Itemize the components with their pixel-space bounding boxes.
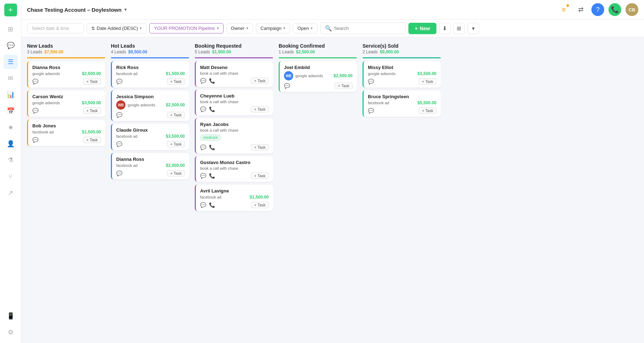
phone-icon[interactable]: 📞 — [209, 202, 215, 208]
main-content: Chase Testing Account – Doylestown ▾ ≡ ⇄… — [21, 0, 644, 343]
card-bob-jones[interactable]: Bob Jones facebook ad $1,500.00 💬 + Task — [27, 120, 105, 146]
card-name: Carson Wentz — [32, 94, 101, 99]
card-carson-wentz[interactable]: Carson Wentz google adwords $3,500.00 💬 … — [27, 90, 105, 117]
card-amount: $2,000.00 — [166, 163, 185, 168]
add-task-button[interactable]: + Task — [251, 144, 269, 151]
chat-icon[interactable]: 💬 — [368, 108, 374, 114]
sidebar-item-settings[interactable]: ⚙ — [4, 325, 18, 339]
card-bruce-springsteen[interactable]: Bruce Springsteen facebook ad $5,500.00 … — [363, 90, 441, 117]
add-task-button[interactable]: + Task — [167, 141, 185, 147]
add-button[interactable]: + — [4, 4, 17, 16]
sidebar-item-contacts[interactable]: 👤 — [4, 137, 18, 151]
account-selector[interactable]: Chase Testing Account – Doylestown ▾ — [27, 7, 127, 13]
add-task-button[interactable]: + Task — [251, 106, 269, 112]
sidebar-item-calendar[interactable]: 📅 — [4, 104, 18, 118]
open-filter[interactable]: Open ▾ — [293, 23, 317, 33]
add-task-button[interactable]: + Task — [251, 202, 269, 208]
date-filter[interactable]: Select date & time — [27, 23, 84, 33]
card-missy-elliot[interactable]: Missy Elliot google adwords $3,500.00 💬 … — [363, 61, 441, 88]
pipeline-filter[interactable]: YOUR PROMOTION Pipeline ▾ — [149, 23, 223, 33]
card-row: facebook ad $1,500.00 — [116, 71, 185, 76]
card-dianna-ross-hot[interactable]: Dianna Ross facebook ad $2,000.00 💬 + Ta… — [111, 153, 189, 179]
more-options-button[interactable]: ▾ — [468, 23, 479, 34]
sidebar-item-email[interactable]: ✉ — [4, 71, 18, 85]
sidebar-item-kanban[interactable]: ☰ — [4, 55, 18, 69]
chat-icon[interactable]: 💬 — [32, 79, 38, 84]
sort-filter[interactable]: ⇅ Date Added (DESC) ▾ — [87, 23, 146, 33]
chat-icon[interactable]: 💬 — [284, 83, 290, 89]
add-task-button[interactable]: + Task — [419, 107, 436, 114]
help-button[interactable]: ? — [591, 3, 604, 16]
card-claude-giroux[interactable]: Claude Giroux facebook ad $3,500.00 💬 + … — [111, 124, 189, 150]
card-cheyenne-lueb[interactable]: Cheyenne Lueb book a call with chase 💬 📞… — [195, 90, 273, 115]
phone-icon[interactable]: 📞 — [209, 78, 215, 84]
sidebar-item-favorites[interactable]: ★ — [4, 120, 18, 134]
card-amount: $3,500.00 — [82, 100, 101, 105]
download-button[interactable]: ⬇ — [439, 23, 451, 34]
add-task-button[interactable]: + Task — [83, 137, 101, 143]
sidebar-item-trending[interactable]: ↗ — [4, 186, 18, 200]
sidebar-item-mobile[interactable]: 📱 — [4, 309, 18, 323]
add-task-button[interactable]: + Task — [335, 83, 353, 89]
add-task-button[interactable]: + Task — [83, 78, 101, 85]
sidebar-item-dashboard[interactable]: ⊞ — [4, 22, 18, 36]
card-ryan-jacobs[interactable]: Ryan Jacobs book a call with chase medic… — [195, 118, 273, 153]
card-amount: $1,500.00 — [250, 195, 269, 200]
chat-icon[interactable]: 💬 — [116, 112, 122, 118]
plus-icon: + — [415, 26, 418, 31]
chat-icon[interactable]: 💬 — [116, 141, 122, 147]
avatar[interactable]: CB — [626, 3, 638, 16]
new-label: New — [420, 26, 430, 31]
sidebar-item-workflows[interactable]: ⑂ — [4, 169, 18, 184]
sidebar-item-funnels[interactable]: ⚗ — [4, 153, 18, 167]
chat-icon[interactable]: 💬 — [200, 106, 206, 112]
phone-button[interactable]: 📞 — [608, 3, 621, 16]
chat-icon[interactable]: 💬 — [116, 170, 122, 176]
chat-icon[interactable]: 💬 — [368, 79, 374, 84]
phone-icon[interactable]: 📞 — [209, 106, 215, 112]
chat-icon[interactable]: 💬 — [200, 173, 206, 179]
refresh-button[interactable]: ⇄ — [574, 3, 587, 16]
card-source: facebook ad — [116, 134, 138, 138]
campaign-filter[interactable]: Campaign ▾ — [256, 23, 290, 33]
card-jessica-simpson[interactable]: Jessica Simpson WB google adwords $2,500… — [111, 90, 189, 121]
add-task-button[interactable]: + Task — [167, 112, 185, 118]
card-matt-deseno[interactable]: Matt Deseno book a call with chase 💬 📞 +… — [195, 61, 273, 87]
add-task-button[interactable]: + Task — [167, 170, 185, 176]
card-actions: 💬 📞 + Task — [200, 144, 269, 151]
new-button[interactable]: + New — [408, 23, 436, 34]
chat-icon[interactable]: 💬 — [200, 144, 206, 150]
owner-filter[interactable]: Owner ▾ — [226, 23, 253, 33]
card-row: WB google adwords $2,500.00 — [284, 71, 353, 80]
add-task-button[interactable]: + Task — [83, 107, 101, 114]
notifications-button[interactable]: ≡ — [557, 3, 570, 16]
col-cards-hot-leads: Rick Ross facebook ad $1,500.00 💬 + Task… — [111, 61, 189, 337]
chat-icon[interactable]: 💬 — [200, 202, 206, 208]
card-rick-ross[interactable]: Rick Ross facebook ad $1,500.00 💬 + Task — [111, 61, 189, 88]
sidebar-item-chat[interactable]: 💬 — [4, 38, 18, 53]
card-row: facebook ad $2,000.00 — [116, 163, 185, 168]
search-input[interactable] — [334, 26, 401, 31]
chat-icon[interactable]: 💬 — [116, 79, 122, 84]
chevron-down-icon: ▾ — [283, 26, 285, 31]
view-toggle-button[interactable]: ⊞ — [454, 23, 465, 34]
sidebar-item-reports[interactable]: 📊 — [4, 88, 18, 102]
chat-icon[interactable]: 💬 — [32, 108, 38, 114]
card-row: facebook ad $5,500.00 — [368, 100, 436, 105]
card-joel-embiid[interactable]: Joel Embiid WB google adwords $2,500.00 … — [279, 61, 357, 92]
card-gustavo-munoz[interactable]: Gustavo Munoz Castro book a call with ch… — [195, 156, 273, 182]
chat-icon[interactable]: 💬 — [200, 78, 206, 84]
chevron-down-icon: ▾ — [246, 26, 248, 31]
card-dianna-ross-new[interactable]: Dianna Ross google adwords $2,500.00 💬 +… — [27, 61, 105, 88]
add-task-button[interactable]: + Task — [251, 78, 269, 84]
card-actions: 💬 📞 + Task — [200, 78, 269, 84]
card-avril-lavigne[interactable]: Avril Lavigne facebook ad $1,500.00 💬 📞 … — [195, 185, 273, 211]
col-amount-services-sold: $9,000.00 — [380, 49, 399, 54]
chat-icon[interactable]: 💬 — [32, 137, 38, 143]
add-task-button[interactable]: + Task — [251, 173, 269, 179]
add-task-button[interactable]: + Task — [167, 78, 185, 85]
add-task-button[interactable]: + Task — [419, 78, 436, 85]
phone-icon[interactable]: 📞 — [209, 144, 215, 150]
card-amount: $1,500.00 — [82, 130, 101, 134]
phone-icon[interactable]: 📞 — [209, 173, 215, 179]
